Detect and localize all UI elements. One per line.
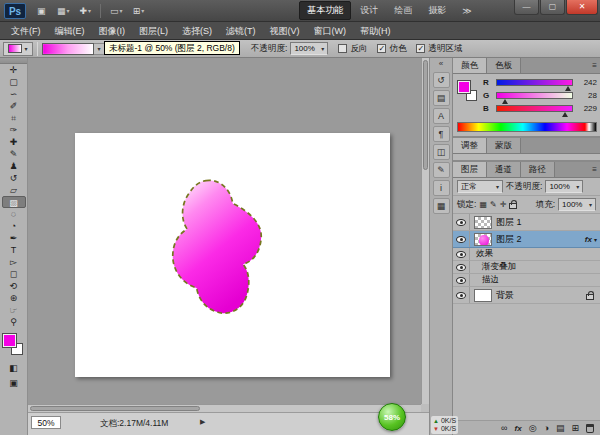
- green-value[interactable]: 28: [577, 91, 597, 100]
- tool-path-select[interactable]: ▻: [2, 256, 26, 268]
- status-flyout-icon[interactable]: ▶: [200, 418, 205, 426]
- blue-value[interactable]: 229: [577, 104, 597, 113]
- menu-help[interactable]: 帮助(H): [353, 22, 398, 40]
- info-panel-icon[interactable]: i: [433, 180, 450, 196]
- layer-group-icon[interactable]: ▤: [556, 422, 565, 435]
- visibility-toggle[interactable]: [453, 274, 470, 286]
- tab-color[interactable]: 颜色: [453, 58, 487, 73]
- tab-paths[interactable]: 路径: [521, 162, 555, 177]
- fill-dropdown[interactable]: 100% ▾: [558, 198, 596, 211]
- visibility-toggle[interactable]: [453, 214, 470, 230]
- background-label[interactable]: 背景: [496, 289, 514, 302]
- blue-slider-thumb[interactable]: [562, 112, 568, 117]
- green-slider-thumb[interactable]: [502, 99, 508, 104]
- menu-image[interactable]: 图像(I): [92, 22, 133, 40]
- tool-quick-select[interactable]: ✐: [2, 100, 26, 112]
- visibility-toggle[interactable]: [453, 287, 470, 303]
- tab-channels[interactable]: 通道: [487, 162, 521, 177]
- screen-mode-button[interactable]: ▣: [3, 377, 25, 389]
- blue-slider[interactable]: [496, 105, 573, 112]
- effect-row-stroke[interactable]: 描边: [453, 274, 600, 287]
- layer-row-layer1[interactable]: 图层 1: [453, 214, 600, 231]
- screen-mode-icon[interactable]: ⊞▾: [129, 3, 149, 19]
- tab-adjustments[interactable]: 调整: [453, 138, 487, 153]
- maximize-button[interactable]: ▢: [540, 0, 565, 15]
- tool-3d-rotate[interactable]: ⟲: [2, 280, 26, 292]
- workspace-design[interactable]: 设计: [353, 2, 385, 19]
- character-panel-icon[interactable]: A: [433, 108, 450, 124]
- lock-all-icon[interactable]: [509, 203, 517, 209]
- magenta-blob-selection[interactable]: [170, 175, 265, 323]
- layer2-label[interactable]: 图层 2: [496, 233, 522, 246]
- tool-zoom[interactable]: ⚲: [2, 316, 26, 328]
- tool-history-brush[interactable]: ↺: [2, 172, 26, 184]
- navigator-panel-icon[interactable]: ▦: [433, 198, 450, 214]
- tool-3d-orbit[interactable]: ⊛: [2, 292, 26, 304]
- paragraph-panel-icon[interactable]: ¶: [433, 126, 450, 142]
- lock-pixels-icon[interactable]: ✎: [490, 200, 497, 209]
- view-extras-icon[interactable]: ▦▾: [53, 3, 74, 19]
- workspace-photography[interactable]: 摄影: [421, 2, 453, 19]
- tool-clone-stamp[interactable]: ♟: [2, 160, 26, 172]
- opacity-dropdown[interactable]: 100% ▾: [290, 42, 328, 55]
- tool-preset-picker[interactable]: ▾: [3, 42, 33, 56]
- menu-edit[interactable]: 编辑(E): [48, 22, 92, 40]
- layer-mask-icon[interactable]: ◎: [529, 422, 537, 435]
- tab-masks[interactable]: 蒙版: [487, 138, 521, 153]
- layers-opacity-dropdown[interactable]: 100% ▾: [545, 180, 583, 193]
- menu-view[interactable]: 视图(V): [263, 22, 307, 40]
- speed-ball-overlay[interactable]: 58%: [378, 403, 406, 431]
- layer-row-background[interactable]: 背景: [453, 287, 600, 304]
- brush-panel-icon[interactable]: ✎: [433, 162, 450, 178]
- layer2-thumbnail[interactable]: [474, 233, 492, 246]
- layer-fx-badge[interactable]: fx▾: [585, 235, 597, 244]
- quick-mask-button[interactable]: ◧: [3, 362, 25, 374]
- layers-panel-menu-icon[interactable]: ≡: [592, 165, 597, 174]
- tool-brush[interactable]: ✎: [2, 148, 26, 160]
- red-slider[interactable]: [496, 79, 573, 86]
- expand-panels-icon[interactable]: «: [430, 58, 452, 70]
- color-spectrum-bar[interactable]: [457, 122, 597, 132]
- dither-check[interactable]: ✓ 仿色: [377, 43, 406, 55]
- lock-transparency-icon[interactable]: ▦: [479, 200, 487, 209]
- menu-select[interactable]: 选择(S): [175, 22, 219, 40]
- horizontal-scrollbar[interactable]: [28, 404, 421, 412]
- workspace-essentials[interactable]: 基本功能: [299, 1, 351, 20]
- foreground-color-swatch[interactable]: [458, 81, 470, 93]
- tool-type[interactable]: T: [2, 244, 26, 256]
- delete-layer-icon[interactable]: [586, 424, 594, 433]
- tool-shape[interactable]: ◻: [2, 268, 26, 280]
- effect-row-gradient-overlay[interactable]: 渐变叠加: [453, 261, 600, 274]
- visibility-toggle[interactable]: [453, 261, 470, 273]
- canvas-viewport[interactable]: [28, 58, 421, 404]
- tool-eyedropper[interactable]: ✑: [2, 124, 26, 136]
- layer1-label[interactable]: 图层 1: [496, 216, 522, 229]
- workspace-overflow-icon[interactable]: ≫: [455, 4, 478, 18]
- bridge-icon[interactable]: ▣: [33, 3, 51, 19]
- effects-label[interactable]: 效果: [476, 248, 493, 260]
- arrange-documents-icon[interactable]: ▭▾: [106, 3, 127, 19]
- zoom-tool-icon[interactable]: ✚▾: [76, 3, 96, 19]
- minimize-button[interactable]: —: [514, 0, 539, 15]
- adjustment-layer-icon[interactable]: ◑: [544, 422, 549, 435]
- visibility-toggle[interactable]: [453, 231, 470, 247]
- tool-hand[interactable]: ☞: [2, 304, 26, 316]
- transparency-check[interactable]: ✓ 透明区域: [416, 43, 462, 55]
- zoom-level-field[interactable]: 50%: [31, 416, 61, 429]
- history-panel-icon[interactable]: ↺: [433, 72, 450, 88]
- blend-mode-dropdown[interactable]: 正常 ▾: [457, 180, 503, 193]
- background-thumbnail[interactable]: [474, 289, 492, 302]
- gradient-overlay-label[interactable]: 渐变叠加: [482, 261, 516, 273]
- menu-filter[interactable]: 滤镜(T): [219, 22, 263, 40]
- tool-lasso[interactable]: ∽: [2, 88, 26, 100]
- tool-marquee[interactable]: ▢: [2, 76, 26, 88]
- dither-checkbox[interactable]: ✓: [377, 44, 386, 53]
- new-layer-icon[interactable]: ⊞: [571, 422, 579, 435]
- reverse-check[interactable]: 反向: [338, 43, 367, 55]
- tab-layers[interactable]: 图层: [453, 162, 487, 177]
- tab-swatches[interactable]: 色板: [487, 58, 521, 73]
- menu-window[interactable]: 窗口(W): [307, 22, 354, 40]
- close-button[interactable]: ✕: [566, 0, 598, 15]
- tool-blur[interactable]: ◌: [2, 208, 26, 220]
- menu-layer[interactable]: 图层(L): [132, 22, 175, 40]
